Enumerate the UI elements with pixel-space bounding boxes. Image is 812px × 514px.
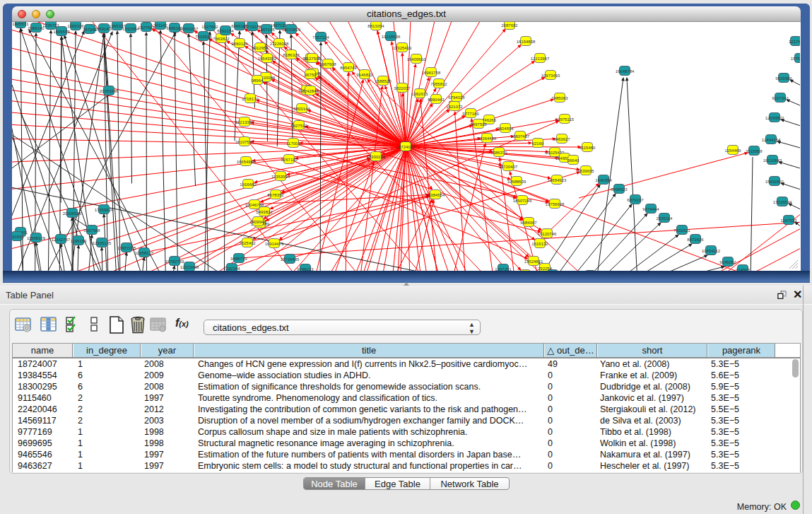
- svg-text:15716485: 15716485: [281, 257, 300, 262]
- svg-text:13325419: 13325419: [393, 46, 412, 50]
- svg-text:1065326: 1065326: [67, 24, 84, 28]
- svg-text:12213967: 12213967: [531, 57, 550, 61]
- svg-text:20053346: 20053346: [100, 89, 119, 93]
- svg-text:1527602: 1527602: [138, 25, 155, 30]
- svg-text:6879197: 6879197: [627, 198, 644, 202]
- svg-text:16107567: 16107567: [235, 140, 254, 144]
- svg-text:8990443: 8990443: [428, 98, 445, 102]
- svg-text:10653267: 10653267: [180, 27, 199, 31]
- svg-text:16782759: 16782759: [165, 259, 184, 264]
- svg-text:20206556: 20206556: [63, 211, 82, 216]
- svg-text:16654988: 16654988: [237, 160, 256, 164]
- svg-text:8938923: 8938923: [611, 187, 628, 192]
- svg-text:8813054: 8813054: [367, 24, 384, 28]
- svg-text:1916682: 1916682: [240, 182, 257, 187]
- svg-text:12213383: 12213383: [235, 120, 254, 124]
- svg-text:15720407: 15720407: [499, 165, 518, 169]
- svg-text:2687682: 2687682: [501, 23, 518, 28]
- svg-text:13524851: 13524851: [524, 259, 543, 264]
- svg-text:15751074: 15751074: [791, 57, 800, 61]
- svg-text:1588520: 1588520: [375, 79, 392, 83]
- svg-text:1292344: 1292344: [223, 267, 240, 271]
- svg-text:7386372: 7386372: [490, 151, 507, 155]
- svg-text:16648784: 16648784: [616, 69, 635, 74]
- svg-text:10973493: 10973493: [541, 74, 560, 78]
- svg-text:11568129: 11568129: [27, 236, 46, 240]
- svg-text:9245052: 9245052: [719, 260, 736, 264]
- svg-text:9397568: 9397568: [83, 228, 100, 233]
- svg-text:1409948: 1409948: [249, 220, 266, 224]
- svg-text:1621072: 1621072: [446, 105, 463, 109]
- svg-text:8186323: 8186323: [283, 53, 300, 57]
- svg-text:9474444: 9474444: [642, 207, 659, 211]
- svg-text:16210643: 16210643: [763, 158, 782, 163]
- svg-text:12444154: 12444154: [762, 138, 781, 142]
- svg-text:9146821: 9146821: [356, 73, 373, 77]
- svg-text:8471626: 8471626: [687, 238, 704, 242]
- svg-text:7663822: 7663822: [213, 37, 230, 41]
- svg-text:8912954: 8912954: [252, 46, 269, 50]
- svg-text:16409910: 16409910: [407, 57, 426, 62]
- svg-text:1832654: 1832654: [122, 27, 139, 31]
- svg-text:9485779: 9485779: [230, 257, 247, 261]
- svg-text:10807487: 10807487: [511, 134, 530, 139]
- svg-text:9115460: 9115460: [579, 146, 596, 150]
- svg-text:10046788: 10046788: [245, 203, 264, 207]
- svg-text:19218506: 19218506: [382, 35, 401, 39]
- svg-text:19756928: 19756928: [546, 202, 565, 206]
- svg-text:16543382: 16543382: [258, 57, 277, 61]
- svg-text:9227342: 9227342: [772, 96, 789, 100]
- svg-text:1527602: 1527602: [201, 25, 218, 29]
- svg-text:1405571: 1405571: [12, 22, 29, 26]
- svg-text:2803144: 2803144: [293, 107, 310, 111]
- svg-text:12505135: 12505135: [93, 241, 112, 245]
- svg-text:1615132: 1615132: [531, 242, 548, 246]
- svg-text:5493822: 5493822: [256, 210, 273, 214]
- svg-text:9529966: 9529966: [775, 76, 792, 81]
- svg-text:3242848: 3242848: [302, 89, 319, 93]
- svg-text:12093822: 12093822: [765, 116, 784, 120]
- svg-text:7357224: 7357224: [312, 35, 329, 40]
- svg-text:2967608: 2967608: [319, 62, 336, 66]
- svg-text:6497508: 6497508: [470, 122, 487, 127]
- svg-text:8678352: 8678352: [267, 193, 284, 197]
- svg-text:16961758: 16961758: [422, 71, 441, 75]
- svg-text:8427512: 8427512: [290, 124, 307, 128]
- svg-text:391531: 391531: [12, 235, 25, 239]
- svg-text:7632621: 7632621: [673, 228, 690, 233]
- svg-text:10654112: 10654112: [702, 249, 721, 253]
- svg-text:7955812: 7955812: [430, 82, 447, 86]
- svg-text:12323448: 12323448: [180, 265, 199, 269]
- svg-text:16033809: 16033809: [282, 28, 301, 32]
- svg-text:98964: 98964: [252, 78, 264, 83]
- svg-text:36640: 36640: [567, 158, 579, 163]
- svg-text:16154808: 16154808: [517, 40, 536, 44]
- svg-text:12342757: 12342757: [52, 238, 71, 242]
- svg-text:17957225: 17957225: [117, 246, 136, 250]
- svg-text:36750: 36750: [305, 73, 317, 77]
- svg-text:3824554: 3824554: [497, 127, 514, 131]
- svg-text:121745: 121745: [789, 40, 800, 44]
- svg-text:18300295: 18300295: [367, 155, 386, 159]
- svg-text:16120746: 16120746: [538, 232, 557, 236]
- svg-text:10688609: 10688609: [507, 180, 526, 184]
- svg-text:1145193: 1145193: [71, 239, 88, 243]
- svg-text:19384554: 19384554: [426, 193, 445, 197]
- svg-text:19654923: 19654923: [548, 178, 567, 182]
- svg-text:3215958: 3215958: [746, 149, 763, 153]
- svg-text:9777169: 9777169: [462, 112, 479, 116]
- svg-text:8454749: 8454749: [340, 66, 357, 70]
- svg-text:9684067: 9684067: [520, 221, 537, 225]
- svg-text:6639695: 6639695: [577, 169, 594, 173]
- svg-text:17359924: 17359924: [95, 208, 114, 212]
- svg-text:1154469: 1154469: [725, 148, 742, 153]
- svg-text:1362615: 1362615: [411, 92, 428, 96]
- svg-text:16914479: 16914479: [265, 242, 284, 246]
- svg-text:9463627: 9463627: [553, 137, 570, 141]
- svg-text:17016534: 17016534: [773, 200, 792, 204]
- svg-text:15692901: 15692901: [765, 180, 784, 184]
- svg-text:3822037: 3822037: [394, 86, 411, 90]
- svg-text:10958107: 10958107: [135, 251, 154, 255]
- svg-text:7515526: 7515526: [195, 35, 212, 39]
- svg-text:6794028: 6794028: [448, 95, 465, 100]
